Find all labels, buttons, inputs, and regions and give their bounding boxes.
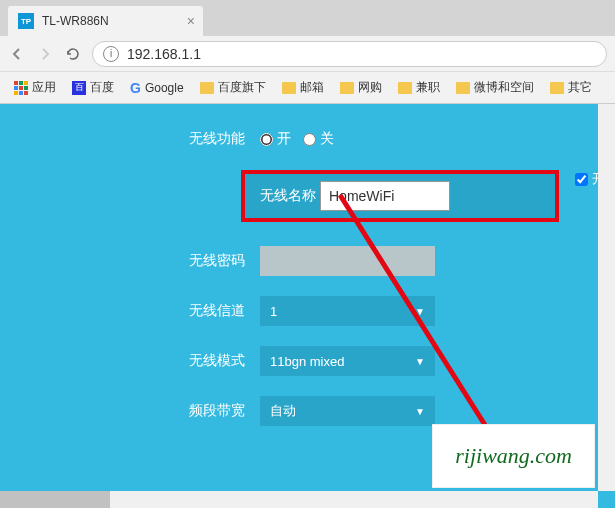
folder-icon bbox=[550, 82, 564, 94]
channel-row: 无线信道 1 ▼ bbox=[60, 286, 615, 336]
scrollbar-thumb[interactable] bbox=[0, 491, 110, 508]
chevron-down-icon: ▼ bbox=[415, 306, 425, 317]
wireless-name-input[interactable] bbox=[320, 181, 450, 211]
mode-row: 无线模式 11bgn mixed ▼ bbox=[60, 336, 615, 386]
reload-button[interactable] bbox=[64, 45, 82, 63]
url-text: 192.168.1.1 bbox=[127, 46, 201, 62]
folder-icon bbox=[200, 82, 214, 94]
tab-favicon: TP bbox=[18, 13, 34, 29]
chevron-down-icon: ▼ bbox=[415, 406, 425, 417]
apps-button[interactable]: 应用 bbox=[8, 76, 62, 99]
radio-on[interactable]: 开 bbox=[260, 130, 291, 148]
close-icon[interactable]: × bbox=[187, 13, 195, 29]
wireless-function-label: 无线功能 bbox=[60, 130, 260, 148]
wireless-function-row: 无线功能 开 关 bbox=[60, 114, 615, 164]
bookmark-folder[interactable]: 兼职 bbox=[392, 76, 446, 99]
channel-label: 无线信道 bbox=[60, 302, 260, 320]
wireless-password-label: 无线密码 bbox=[60, 252, 260, 270]
mode-select[interactable]: 11bgn mixed ▼ bbox=[260, 346, 435, 376]
bookmark-folder[interactable]: 其它 bbox=[544, 76, 598, 99]
watermark: rijiwang.com bbox=[432, 424, 595, 488]
chevron-down-icon: ▼ bbox=[415, 356, 425, 367]
site-info-icon[interactable]: i bbox=[103, 46, 119, 62]
wireless-password-row: 无线密码 bbox=[60, 236, 615, 286]
bandwidth-label: 频段带宽 bbox=[60, 402, 260, 420]
wireless-name-row: 无线名称 bbox=[245, 174, 555, 218]
bookmark-folder[interactable]: 微博和空间 bbox=[450, 76, 540, 99]
folder-icon bbox=[282, 82, 296, 94]
channel-select[interactable]: 1 ▼ bbox=[260, 296, 435, 326]
folder-icon bbox=[456, 82, 470, 94]
tab-title: TL-WR886N bbox=[42, 14, 109, 28]
horizontal-scrollbar[interactable] bbox=[0, 491, 598, 508]
mode-label: 无线模式 bbox=[60, 352, 260, 370]
bookmark-baidu[interactable]: 百 百度 bbox=[66, 76, 120, 99]
wireless-password-input[interactable] bbox=[260, 246, 435, 276]
back-button[interactable] bbox=[8, 45, 26, 63]
bookmark-folder[interactable]: 邮箱 bbox=[276, 76, 330, 99]
browser-tab[interactable]: TP TL-WR886N × bbox=[8, 6, 203, 36]
url-input[interactable]: i 192.168.1.1 bbox=[92, 41, 607, 67]
google-icon: G bbox=[130, 80, 141, 96]
browser-tab-bar: TP TL-WR886N × bbox=[0, 0, 615, 36]
folder-icon bbox=[340, 82, 354, 94]
forward-button[interactable] bbox=[36, 45, 54, 63]
bandwidth-select[interactable]: 自动 ▼ bbox=[260, 396, 435, 426]
address-bar: i 192.168.1.1 bbox=[0, 36, 615, 72]
folder-icon bbox=[398, 82, 412, 94]
bookmark-folder[interactable]: 百度旗下 bbox=[194, 76, 272, 99]
baidu-icon: 百 bbox=[72, 81, 86, 95]
apps-icon bbox=[14, 81, 28, 95]
bookmarks-bar: 应用 百 百度 G Google 百度旗下 邮箱 网购 兼职 微博和空间 其它 bbox=[0, 72, 615, 104]
bookmark-google[interactable]: G Google bbox=[124, 77, 190, 99]
bookmark-folder[interactable]: 网购 bbox=[334, 76, 388, 99]
wireless-name-label: 无线名称 bbox=[245, 187, 320, 205]
radio-off[interactable]: 关 bbox=[303, 130, 334, 148]
vertical-scrollbar[interactable] bbox=[598, 104, 615, 491]
